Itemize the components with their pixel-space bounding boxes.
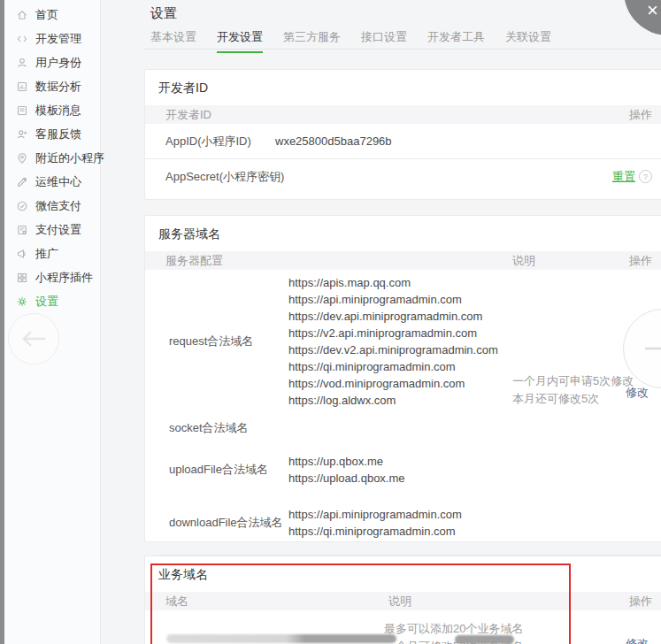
sidebar-item-ops-center[interactable]: 运维中心 — [4, 170, 100, 194]
reset-link[interactable]: 重置 — [612, 169, 635, 185]
sidebar-item-label: 微信支付 — [35, 198, 81, 214]
url-item: https://vod.miniprogramadmin.com — [288, 375, 498, 392]
url-item: https://apis.map.qq.com — [288, 274, 498, 291]
url-item: https://v2.api.miniprogramadmin.com — [288, 325, 498, 341]
quota-line: 一个月可修改50次业务域名 — [384, 638, 523, 644]
prev-page-button[interactable] — [8, 313, 59, 364]
downloadfile-domain-label: downloadFile合法域名 — [145, 515, 288, 531]
url-item: https://dev.v2.api.miniprogramadmin.com — [288, 341, 498, 358]
sidebar-item-feedback[interactable]: 客服反馈 — [4, 122, 100, 146]
code-icon — [16, 33, 28, 45]
location-icon — [16, 152, 28, 165]
sidebar-item-label: 小程序插件 — [35, 270, 93, 286]
quota-line: 最多可以添加20个业务域名 — [384, 620, 523, 638]
url-item: https://up.qbox.me — [288, 453, 405, 470]
sidebar-item-plugins[interactable]: 小程序插件 — [4, 265, 100, 289]
url-item: https://upload.qbox.me — [288, 470, 405, 487]
url-item: https://api.miniprogramadmin.com — [288, 291, 498, 308]
sidebar-item-label: 运维中心 — [35, 174, 81, 190]
col-action: 操作 — [629, 594, 652, 610]
developer-id-section: 开发者ID 开发者ID 操作 AppID(小程序ID) wxe25800d5ba… — [144, 69, 661, 200]
col-developer-id: 开发者ID — [145, 107, 211, 123]
url-item: https://api.miniprogramadmin.com — [288, 506, 462, 523]
quota-line: 本月还可修改5次 — [512, 390, 634, 408]
modify-quota-note: 一个月内可申请5次修改 本月还可修改5次 — [512, 372, 634, 408]
sidebar-item-nearby[interactable]: 附近的小程序 — [4, 146, 100, 170]
modify-server-domain-link[interactable]: 修改 — [626, 385, 649, 401]
developer-id-table-header: 开发者ID 操作 — [145, 105, 661, 124]
business-domain-section: 业务域名 域名 说明 操作 最多可以添加20个业务域名 一个月可修改50次业务域… — [144, 556, 661, 644]
sidebar-item-settings[interactable]: 设置 — [4, 289, 100, 313]
sidebar-item-dev-manage[interactable]: 开发管理 — [4, 27, 100, 50]
sidebar-item-template-message[interactable]: 模板消息 — [4, 98, 100, 122]
wrench-icon — [16, 176, 28, 188]
uploadfile-domain-urls: https://up.qbox.me https://upload.qbox.m… — [288, 448, 405, 491]
col-action: 操作 — [629, 253, 652, 269]
uploadfile-domain-label: uploadFile合法域名 — [145, 462, 288, 478]
home-icon — [16, 9, 28, 21]
sidebar-item-label: 设置 — [35, 294, 58, 310]
sidebar-item-label: 附近的小程序 — [35, 150, 104, 166]
server-domain-table-header: 服务器配置 说明 操作 — [145, 251, 661, 270]
page-title: 设置 — [150, 5, 177, 22]
downloadfile-domain-urls: https://api.miniprogramadmin.com https:/… — [288, 502, 462, 544]
gear-icon — [16, 295, 28, 308]
section-title: 业务域名 — [145, 556, 661, 592]
section-title: 开发者ID — [145, 70, 661, 105]
col-action: 操作 — [629, 107, 652, 123]
request-domain-label: request合法域名 — [145, 334, 288, 349]
table-row-socket-domain: socket合法域名 — [145, 413, 661, 443]
table-row-request-domain: request合法域名 https://apis.map.qq.com http… — [145, 270, 661, 413]
sidebar-item-label: 数据分析 — [35, 79, 81, 95]
sidebar-item-user-identity[interactable]: 用户身份 — [4, 50, 100, 74]
tabbar-divider — [144, 49, 661, 50]
right-arrow-icon — [640, 326, 661, 372]
modify-business-domain-link[interactable]: 修改 — [626, 636, 649, 644]
url-item: https://dev.api.miniprogramadmin.com — [288, 308, 498, 325]
redacted-domain-chip — [166, 634, 396, 643]
sidebar-item-label: 客服反馈 — [35, 126, 81, 142]
wechatpay-icon — [16, 200, 28, 212]
payment-icon — [16, 224, 28, 236]
table-row-appsecret: AppSecret(小程序密钥) 重置 ? — [145, 158, 661, 194]
col-description: 说明 — [388, 594, 411, 610]
quota-line: 一个月内可申请5次修改 — [512, 372, 634, 390]
table-row-appid: AppID(小程序ID) wxe25800d5baa7296b — [145, 124, 661, 158]
close-icon[interactable]: × — [647, 1, 658, 20]
col-description: 说明 — [512, 253, 535, 269]
appid-label: AppID(小程序ID) — [145, 134, 275, 150]
sidebar-item-label: 模板消息 — [35, 103, 81, 119]
appid-value: wxe25800d5baa7296b — [275, 134, 392, 148]
help-icon[interactable]: ? — [639, 170, 652, 183]
socket-domain-label: socket合法域名 — [145, 420, 288, 436]
sidebar-item-pay-settings[interactable]: 支付设置 — [4, 218, 100, 242]
request-domain-urls: https://apis.map.qq.com https://api.mini… — [288, 270, 498, 413]
feedback-icon — [16, 128, 28, 141]
sidebar-item-promotion[interactable]: 推广 — [4, 242, 100, 265]
sidebar-item-label: 推广 — [35, 246, 58, 262]
sidebar-item-home[interactable]: 首页 — [4, 3, 100, 27]
template-icon — [16, 104, 28, 117]
user-icon — [16, 57, 28, 69]
business-domain-note: 最多可以添加20个业务域名 一个月可修改50次业务域名 — [384, 620, 523, 644]
table-row-uploadfile-domain: uploadFile合法域名 https://up.qbox.me https:… — [145, 443, 661, 496]
chart-icon — [16, 80, 28, 93]
url-item: https://qi.miniprogramadmin.com — [288, 358, 498, 375]
sidebar-item-wechat-pay[interactable]: 微信支付 — [4, 194, 100, 218]
sidebar-item-label: 开发管理 — [35, 31, 81, 47]
col-server-config: 服务器配置 — [145, 253, 223, 269]
section-title: 服务器域名 — [145, 216, 661, 251]
appsecret-label: AppSecret(小程序密钥) — [145, 169, 284, 185]
sidebar-item-data-analysis[interactable]: 数据分析 — [4, 74, 100, 98]
url-item: https://log.aldwx.com — [288, 392, 498, 409]
sidebar-item-label: 支付设置 — [35, 222, 81, 238]
server-domain-section: 服务器域名 服务器配置 说明 操作 request合法域名 https://ap… — [144, 215, 661, 542]
table-row-downloadfile-domain: downloadFile合法域名 https://api.miniprogram… — [145, 496, 661, 549]
col-domain: 域名 — [145, 594, 188, 610]
plugin-icon — [16, 272, 28, 284]
sidebar-item-label: 首页 — [35, 7, 58, 23]
megaphone-icon — [16, 248, 28, 260]
sidebar-item-label: 用户身份 — [35, 55, 81, 71]
url-item: https://qi.miniprogramadmin.com — [288, 523, 462, 540]
left-arrow-icon — [16, 321, 51, 356]
